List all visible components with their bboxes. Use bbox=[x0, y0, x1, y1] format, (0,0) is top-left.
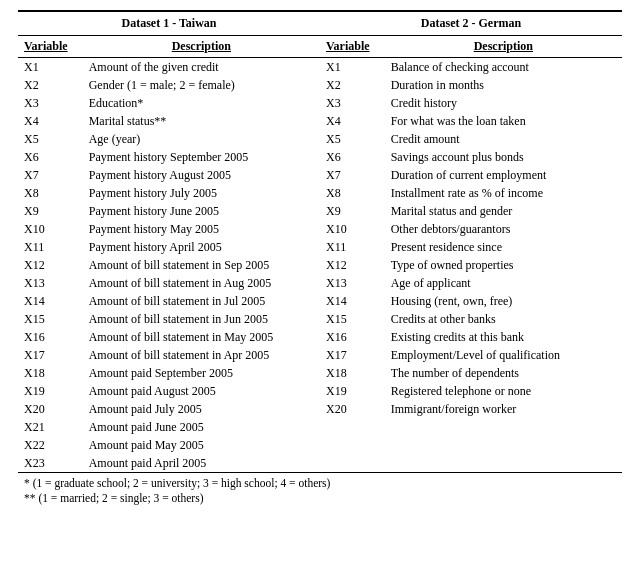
d1-var-cell: X15 bbox=[18, 310, 83, 328]
d2-desc-cell: Immigrant/foreign worker bbox=[385, 400, 622, 418]
d1-desc-cell: Amount of bill statement in Jul 2005 bbox=[83, 292, 320, 310]
table-row: X14Amount of bill statement in Jul 2005X… bbox=[18, 292, 622, 310]
table-body: X1Amount of the given creditX1Balance of… bbox=[18, 58, 622, 473]
table-row: X4Marital status**X4For what was the loa… bbox=[18, 112, 622, 130]
d1-var-cell: X22 bbox=[18, 436, 83, 454]
table-row: X10Payment history May 2005X10Other debt… bbox=[18, 220, 622, 238]
d2-var-cell: X19 bbox=[320, 382, 385, 400]
d1-desc-cell: Amount paid July 2005 bbox=[83, 400, 320, 418]
d2-var-cell: X13 bbox=[320, 274, 385, 292]
d1-desc-cell: Amount of bill statement in Sep 2005 bbox=[83, 256, 320, 274]
footnote-2: ** (1 = married; 2 = single; 3 = others) bbox=[18, 491, 622, 506]
d1-var-cell: X16 bbox=[18, 328, 83, 346]
table-row: X1Amount of the given creditX1Balance of… bbox=[18, 58, 622, 77]
footnote-1: * (1 = graduate school; 2 = university; … bbox=[18, 473, 622, 491]
d2-desc-cell: Marital status and gender bbox=[385, 202, 622, 220]
d2-var-cell: X8 bbox=[320, 184, 385, 202]
d2-desc-cell bbox=[385, 418, 622, 436]
table-row: X11Payment history April 2005X11Present … bbox=[18, 238, 622, 256]
d1-desc-cell: Payment history April 2005 bbox=[83, 238, 320, 256]
d2-var-cell: X2 bbox=[320, 76, 385, 94]
d2-desc-cell: Type of owned properties bbox=[385, 256, 622, 274]
table-row: X22Amount paid May 2005 bbox=[18, 436, 622, 454]
d2-desc-cell bbox=[385, 454, 622, 473]
d1-desc-cell: Amount paid May 2005 bbox=[83, 436, 320, 454]
dataset-title-row: Dataset 1 - Taiwan Dataset 2 - German bbox=[18, 11, 622, 36]
d1-desc-cell: Amount paid June 2005 bbox=[83, 418, 320, 436]
d2-var-cell bbox=[320, 436, 385, 454]
d1-desc-cell: Education* bbox=[83, 94, 320, 112]
main-table: Dataset 1 - Taiwan Dataset 2 - German Va… bbox=[18, 10, 622, 505]
table-row: X6Payment history September 2005X6Saving… bbox=[18, 148, 622, 166]
d2-desc-cell: Present residence since bbox=[385, 238, 622, 256]
d1-desc-cell: Amount paid September 2005 bbox=[83, 364, 320, 382]
d2-var-cell: X12 bbox=[320, 256, 385, 274]
d2-var-cell: X6 bbox=[320, 148, 385, 166]
d1-desc-cell: Amount of bill statement in May 2005 bbox=[83, 328, 320, 346]
d1-desc-cell: Gender (1 = male; 2 = female) bbox=[83, 76, 320, 94]
d1-var-cell: X20 bbox=[18, 400, 83, 418]
d1-desc-cell: Age (year) bbox=[83, 130, 320, 148]
d1-desc-cell: Amount of the given credit bbox=[83, 58, 320, 77]
d2-var-cell: X16 bbox=[320, 328, 385, 346]
d2-desc-cell: Employment/Level of qualification bbox=[385, 346, 622, 364]
d2-var-cell bbox=[320, 418, 385, 436]
table-row: X15Amount of bill statement in Jun 2005X… bbox=[18, 310, 622, 328]
d1-var-cell: X21 bbox=[18, 418, 83, 436]
d2-var-cell: X5 bbox=[320, 130, 385, 148]
d1-var-cell: X12 bbox=[18, 256, 83, 274]
d1-var-header: Variable bbox=[18, 36, 83, 58]
d1-var-cell: X5 bbox=[18, 130, 83, 148]
d2-var-cell: X15 bbox=[320, 310, 385, 328]
table-row: X8Payment history July 2005X8Installment… bbox=[18, 184, 622, 202]
d2-var-cell: X14 bbox=[320, 292, 385, 310]
d1-desc-cell: Payment history September 2005 bbox=[83, 148, 320, 166]
table-row: X21Amount paid June 2005 bbox=[18, 418, 622, 436]
table-row: X23Amount paid April 2005 bbox=[18, 454, 622, 473]
d2-desc-cell: Balance of checking account bbox=[385, 58, 622, 77]
d1-desc-cell: Payment history June 2005 bbox=[83, 202, 320, 220]
table-row: X12Amount of bill statement in Sep 2005X… bbox=[18, 256, 622, 274]
d1-desc-cell: Payment history July 2005 bbox=[83, 184, 320, 202]
d2-var-cell: X20 bbox=[320, 400, 385, 418]
d2-desc-cell: Credits at other banks bbox=[385, 310, 622, 328]
d2-desc-cell: Duration in months bbox=[385, 76, 622, 94]
d1-var-cell: X6 bbox=[18, 148, 83, 166]
d1-var-cell: X10 bbox=[18, 220, 83, 238]
d1-desc-cell: Payment history August 2005 bbox=[83, 166, 320, 184]
d2-var-cell: X3 bbox=[320, 94, 385, 112]
d1-var-cell: X18 bbox=[18, 364, 83, 382]
d2-var-cell: X7 bbox=[320, 166, 385, 184]
d1-desc-cell: Amount paid August 2005 bbox=[83, 382, 320, 400]
table-row: X19Amount paid August 2005X19Registered … bbox=[18, 382, 622, 400]
d2-var-cell bbox=[320, 454, 385, 473]
d2-desc-cell: Housing (rent, own, free) bbox=[385, 292, 622, 310]
dataset2-title: Dataset 2 - German bbox=[320, 11, 622, 36]
d2-desc-cell: Installment rate as % of income bbox=[385, 184, 622, 202]
d1-desc-header: Description bbox=[83, 36, 320, 58]
d2-var-cell: X10 bbox=[320, 220, 385, 238]
d1-var-cell: X8 bbox=[18, 184, 83, 202]
d1-var-cell: X4 bbox=[18, 112, 83, 130]
d2-desc-cell: Credit history bbox=[385, 94, 622, 112]
d1-desc-cell: Amount of bill statement in Apr 2005 bbox=[83, 346, 320, 364]
d2-desc-cell: Other debtors/guarantors bbox=[385, 220, 622, 238]
table-row: X18Amount paid September 2005X18The numb… bbox=[18, 364, 622, 382]
d2-desc-cell: Credit amount bbox=[385, 130, 622, 148]
d2-desc-cell bbox=[385, 436, 622, 454]
d2-desc-cell: Savings account plus bonds bbox=[385, 148, 622, 166]
d1-var-cell: X13 bbox=[18, 274, 83, 292]
footnote-row-1: * (1 = graduate school; 2 = university; … bbox=[18, 473, 622, 491]
d2-desc-cell: For what was the loan taken bbox=[385, 112, 622, 130]
dataset1-title: Dataset 1 - Taiwan bbox=[18, 11, 320, 36]
d1-var-cell: X23 bbox=[18, 454, 83, 473]
table-row: X20Amount paid July 2005X20Immigrant/for… bbox=[18, 400, 622, 418]
d1-var-cell: X2 bbox=[18, 76, 83, 94]
d1-var-cell: X7 bbox=[18, 166, 83, 184]
d1-var-cell: X9 bbox=[18, 202, 83, 220]
d1-var-cell: X14 bbox=[18, 292, 83, 310]
d1-var-cell: X19 bbox=[18, 382, 83, 400]
d1-desc-cell: Amount of bill statement in Aug 2005 bbox=[83, 274, 320, 292]
table-row: X13Amount of bill statement in Aug 2005X… bbox=[18, 274, 622, 292]
table-row: X16Amount of bill statement in May 2005X… bbox=[18, 328, 622, 346]
